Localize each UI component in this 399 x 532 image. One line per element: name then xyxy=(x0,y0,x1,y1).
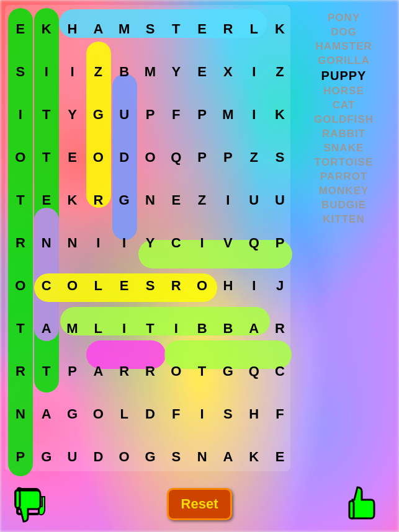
cell-8-2[interactable]: P xyxy=(60,350,86,392)
cell-6-4[interactable]: E xyxy=(111,264,137,307)
cell-1-0[interactable]: S xyxy=(7,50,34,93)
cell-1-9[interactable]: I xyxy=(241,50,267,93)
cell-4-3[interactable]: R xyxy=(85,179,111,221)
cell-4-6[interactable]: E xyxy=(163,179,189,221)
cell-4-10[interactable]: U xyxy=(267,179,293,221)
cell-10-3[interactable]: D xyxy=(85,435,111,478)
cell-5-7[interactable]: I xyxy=(189,221,215,264)
cell-8-9[interactable]: Q xyxy=(241,350,267,392)
cell-7-10[interactable]: R xyxy=(267,307,293,350)
cell-2-6[interactable]: F xyxy=(163,93,189,136)
cell-5-1[interactable]: N xyxy=(34,221,60,264)
cell-1-8[interactable]: X xyxy=(215,50,241,93)
cell-9-3[interactable]: O xyxy=(85,392,111,435)
cell-9-9[interactable]: H xyxy=(241,392,267,435)
cell-6-9[interactable]: I xyxy=(241,264,267,307)
cell-3-4[interactable]: D xyxy=(111,136,137,179)
cell-0-8[interactable]: R xyxy=(215,7,241,50)
cell-6-10[interactable]: J xyxy=(267,264,293,307)
cell-10-5[interactable]: G xyxy=(137,435,163,478)
cell-8-4[interactable]: R xyxy=(111,350,137,392)
cell-5-4[interactable]: I xyxy=(111,221,137,264)
cell-2-10[interactable]: K xyxy=(267,93,293,136)
cell-1-6[interactable]: Y xyxy=(163,50,189,93)
cell-6-2[interactable]: O xyxy=(60,264,86,307)
cell-10-2[interactable]: U xyxy=(60,435,86,478)
cell-7-5[interactable]: T xyxy=(137,307,163,350)
cell-2-8[interactable]: M xyxy=(215,93,241,136)
cell-2-2[interactable]: Y xyxy=(60,93,86,136)
cell-6-5[interactable]: S xyxy=(137,264,163,307)
cell-3-0[interactable]: O xyxy=(7,136,34,179)
cell-9-5[interactable]: D xyxy=(137,392,163,435)
cell-6-3[interactable]: L xyxy=(85,264,111,307)
cell-7-3[interactable]: L xyxy=(85,307,111,350)
cell-2-1[interactable]: T xyxy=(34,93,60,136)
cell-5-8[interactable]: V xyxy=(215,221,241,264)
cell-4-0[interactable]: T xyxy=(7,179,34,221)
cell-4-5[interactable]: N xyxy=(137,179,163,221)
cell-3-3[interactable]: O xyxy=(85,136,111,179)
cell-6-1[interactable]: C xyxy=(34,264,60,307)
cell-9-10[interactable]: F xyxy=(267,392,293,435)
cell-4-8[interactable]: I xyxy=(215,179,241,221)
cell-7-2[interactable]: M xyxy=(60,307,86,350)
cell-5-2[interactable]: N xyxy=(60,221,86,264)
cell-0-1[interactable]: K xyxy=(34,7,60,50)
cell-1-4[interactable]: B xyxy=(111,50,137,93)
cell-8-0[interactable]: R xyxy=(7,350,34,392)
cell-3-7[interactable]: P xyxy=(189,136,215,179)
reset-button[interactable]: Reset xyxy=(167,488,233,520)
cell-9-0[interactable]: N xyxy=(7,392,34,435)
cell-0-2[interactable]: H xyxy=(60,7,86,50)
cell-8-6[interactable]: O xyxy=(163,350,189,392)
cell-9-2[interactable]: G xyxy=(60,392,86,435)
cell-0-4[interactable]: M xyxy=(111,7,137,50)
cell-9-4[interactable]: L xyxy=(111,392,137,435)
cell-8-8[interactable]: G xyxy=(215,350,241,392)
cell-4-2[interactable]: K xyxy=(60,179,86,221)
cell-3-1[interactable]: T xyxy=(34,136,60,179)
cell-7-9[interactable]: A xyxy=(241,307,267,350)
cell-1-3[interactable]: Z xyxy=(85,50,111,93)
cell-2-7[interactable]: P xyxy=(189,93,215,136)
cell-5-0[interactable]: R xyxy=(7,221,34,264)
cell-6-7[interactable]: O xyxy=(189,264,215,307)
cell-1-7[interactable]: E xyxy=(189,50,215,93)
cell-10-10[interactable]: E xyxy=(267,435,293,478)
cell-9-8[interactable]: S xyxy=(215,392,241,435)
cell-9-7[interactable]: I xyxy=(189,392,215,435)
cell-6-8[interactable]: H xyxy=(215,264,241,307)
cell-5-5[interactable]: Y xyxy=(137,221,163,264)
cell-8-7[interactable]: T xyxy=(189,350,215,392)
cell-3-9[interactable]: Z xyxy=(241,136,267,179)
cell-0-5[interactable]: S xyxy=(137,7,163,50)
cell-5-10[interactable]: P xyxy=(267,221,293,264)
cell-6-0[interactable]: O xyxy=(7,264,34,307)
cell-8-1[interactable]: T xyxy=(34,350,60,392)
cell-3-2[interactable]: E xyxy=(60,136,86,179)
cell-3-6[interactable]: Q xyxy=(163,136,189,179)
cell-4-7[interactable]: Z xyxy=(189,179,215,221)
cell-0-3[interactable]: A xyxy=(85,7,111,50)
cell-5-6[interactable]: C xyxy=(163,221,189,264)
cell-1-2[interactable]: I xyxy=(60,50,86,93)
cell-6-6[interactable]: R xyxy=(163,264,189,307)
cell-0-9[interactable]: L xyxy=(241,7,267,50)
cell-7-4[interactable]: I xyxy=(111,307,137,350)
cell-10-6[interactable]: S xyxy=(163,435,189,478)
cell-1-1[interactable]: I xyxy=(34,50,60,93)
cell-5-9[interactable]: Q xyxy=(241,221,267,264)
cell-2-4[interactable]: U xyxy=(111,93,137,136)
cell-1-10[interactable]: Z xyxy=(267,50,293,93)
cell-0-10[interactable]: K xyxy=(267,7,293,50)
cell-10-8[interactable]: A xyxy=(215,435,241,478)
cell-8-5[interactable]: R xyxy=(137,350,163,392)
cell-2-9[interactable]: I xyxy=(241,93,267,136)
cell-2-0[interactable]: I xyxy=(7,93,34,136)
cell-3-5[interactable]: O xyxy=(137,136,163,179)
cell-7-8[interactable]: B xyxy=(215,307,241,350)
cell-7-0[interactable]: T xyxy=(7,307,34,350)
cell-0-6[interactable]: T xyxy=(163,7,189,50)
cell-4-1[interactable]: E xyxy=(34,179,60,221)
